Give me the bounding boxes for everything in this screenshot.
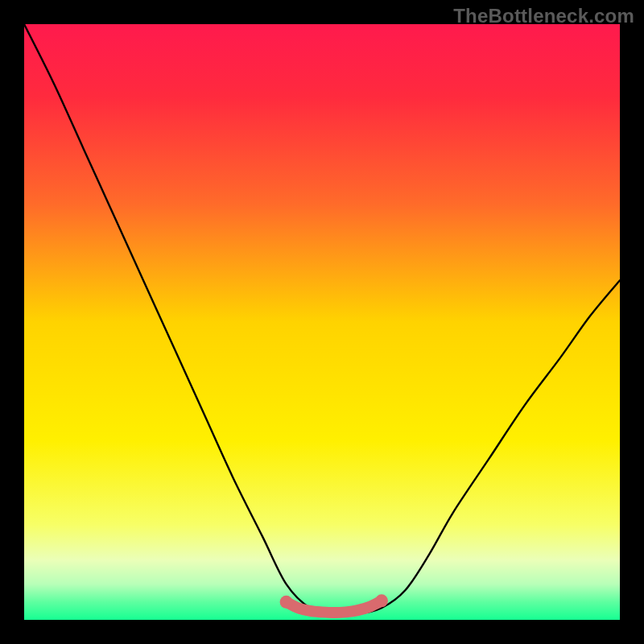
chart-frame: TheBottleneck.com	[0, 0, 644, 644]
watermark-text: TheBottleneck.com	[453, 5, 634, 27]
plot-area	[24, 24, 620, 620]
bottleneck-curve	[24, 24, 620, 615]
trough-marker	[287, 601, 382, 613]
curve-layer	[24, 24, 620, 620]
trough-end-dot	[280, 596, 293, 609]
trough-end-dot	[375, 594, 388, 607]
